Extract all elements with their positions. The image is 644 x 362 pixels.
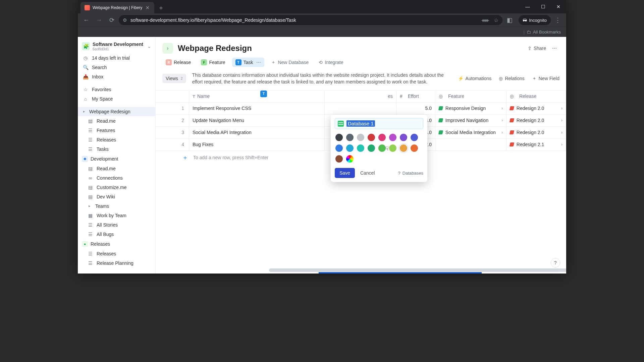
cell-name[interactable]: Update Navigation Menu [189, 115, 325, 126]
scrollbar-thumb[interactable] [269, 268, 566, 272]
color-swatch[interactable] [378, 144, 386, 152]
sidebar-item-devwiki[interactable]: ▤Dev Wiki [78, 192, 155, 201]
relations-button[interactable]: ◎Relations [499, 75, 524, 81]
cell-name[interactable]: Implement Responsive CSS [189, 103, 325, 114]
sidebar-space-development[interactable]: ◆ Development [78, 154, 155, 164]
nav-back-icon[interactable]: ← [80, 14, 92, 26]
cell-release[interactable]: Redesign 2.0› [506, 103, 566, 114]
share-button[interactable]: ⇪Share [528, 46, 546, 51]
col-name[interactable]: ᴛName [189, 90, 325, 102]
cell-name[interactable]: Bug Fixes [189, 139, 325, 150]
database-name-input[interactable]: Database 1 [335, 118, 423, 129]
col-assignees[interactable]: es [325, 90, 396, 102]
custom-color-swatch[interactable] [346, 155, 354, 163]
cell-feature[interactable] [435, 139, 506, 150]
trial-banner[interactable]: ◷14 days left in trial [78, 53, 155, 63]
sidebar-item-release-planning[interactable]: ☰Release Planning [78, 258, 155, 268]
bookmark-star-icon[interactable]: ☆ [494, 17, 498, 23]
col-release[interactable]: ◎ Release [506, 90, 566, 102]
table-row[interactable]: 1 Implement Responsive CSS 5.0 Responsiv… [156, 103, 566, 115]
sidebar-myspace[interactable]: ⌂My Space [78, 94, 155, 104]
color-swatch[interactable] [389, 134, 396, 141]
tab-more-icon[interactable]: ⋯ [256, 60, 261, 65]
color-swatch[interactable] [411, 134, 418, 141]
sidebar-search[interactable]: 🔍Search [78, 63, 155, 72]
cell-assignees[interactable] [325, 103, 396, 114]
sidebar-item-features[interactable]: ☰Features [78, 126, 155, 135]
address-bar[interactable]: ⚙ software-development.fibery.io/fibery/… [119, 15, 502, 25]
color-swatch[interactable] [346, 144, 354, 152]
new-field-button[interactable]: ＋New Field [532, 75, 559, 81]
color-swatch[interactable] [400, 134, 407, 141]
new-database-button[interactable]: ＋New Database [268, 58, 312, 67]
sidebar-item-tasks[interactable]: ☰Tasks [78, 144, 155, 154]
sidebar-item-readme[interactable]: ▤Read.me [78, 116, 155, 126]
tab-task[interactable]: TTask⋯ [232, 58, 265, 67]
save-button[interactable]: Save [335, 168, 355, 178]
cell-release[interactable]: Redesign 2.1› [506, 139, 566, 150]
sidebar-item-releases2[interactable]: ☰Releases [78, 249, 155, 258]
color-swatch[interactable] [357, 144, 364, 152]
tab-feature[interactable]: FFeature [198, 58, 228, 67]
browser-tab[interactable]: Webpage Redesign | Fibery ✕ [80, 2, 154, 13]
cancel-button[interactable]: Cancel [358, 168, 377, 178]
nav-reload-icon[interactable]: ⟳ [106, 14, 117, 26]
color-swatch[interactable] [389, 144, 396, 152]
color-swatch[interactable] [411, 144, 418, 152]
sidebar-favorites[interactable]: ☆Favorites [78, 85, 155, 94]
cell-effort[interactable]: 5.0 [396, 103, 435, 114]
tab-release[interactable]: RRelease [162, 58, 194, 67]
nav-forward-icon[interactable]: → [93, 14, 105, 26]
tab-close-icon[interactable]: ✕ [145, 5, 150, 10]
sidebar-item-teams[interactable]: ▸Teams [78, 201, 155, 211]
workspace-switcher[interactable]: 🧩 Software Development 6ad8d3d1 ⌄ [78, 40, 155, 53]
sidebar-inbox[interactable]: 📥Inbox [78, 72, 155, 81]
window-minimize-icon[interactable]: ― [520, 0, 535, 13]
automations-button[interactable]: ⚡Automations [458, 75, 492, 81]
sidebar-item-workbyteam[interactable]: ▦Work by Team [78, 211, 155, 220]
kebab-menu-icon[interactable]: ⋮ [552, 14, 564, 26]
eye-off-icon[interactable]: ᚔ [482, 17, 489, 23]
color-swatch[interactable] [346, 134, 354, 141]
color-swatch[interactable] [335, 144, 343, 152]
sidebar-space-releases[interactable]: ● Releases [78, 239, 155, 249]
bookmarks-folder-icon[interactable]: 🗀 [527, 29, 531, 35]
cell-release[interactable]: Redesign 2.0› [506, 115, 566, 126]
col-feature[interactable]: ◎ Feature [435, 90, 506, 102]
sidebar-item-connections[interactable]: ∞Connections [78, 173, 155, 183]
color-swatch[interactable] [400, 144, 407, 152]
database-description[interactable]: This database contains information about… [192, 72, 452, 85]
site-settings-icon[interactable]: ⚙ [123, 17, 127, 23]
sidebar-item-readme2[interactable]: ▤Read.me [78, 164, 155, 173]
window-close-icon[interactable]: ✕ [551, 0, 566, 13]
sidebar-item-allbugs[interactable]: ☰All Bugs [78, 230, 155, 239]
integrate-button[interactable]: ⟲Integrate [315, 58, 346, 67]
sidebar-space-webpage-redesign[interactable]: ▸ Webpage Redesign [78, 107, 155, 116]
horizontal-scrollbar[interactable] [269, 268, 560, 272]
more-menu-icon[interactable]: ⋯ [552, 46, 557, 51]
new-tab-button[interactable]: ＋ [156, 3, 166, 12]
sidepanel-icon[interactable]: ◧ [504, 14, 515, 26]
help-fab[interactable]: ? [551, 258, 560, 267]
views-button[interactable]: Views2 [162, 74, 186, 83]
window-maximize-icon[interactable]: ☐ [535, 0, 551, 13]
color-swatch[interactable] [368, 144, 375, 152]
cell-feature[interactable]: Improved Navigation› [435, 115, 506, 126]
color-swatch[interactable] [335, 134, 343, 141]
chevron-right-icon[interactable]: ▸ [87, 204, 92, 208]
sidebar-item-releases[interactable]: ☰Releases [78, 135, 155, 144]
color-swatch[interactable] [368, 134, 375, 141]
chevron-right-icon[interactable]: ▸ [82, 109, 87, 114]
col-effort[interactable]: # Effort [396, 90, 435, 102]
databases-help-link[interactable]: ?Databases [398, 171, 423, 176]
incognito-chip[interactable]: 🕶 Incognito [519, 15, 551, 25]
color-swatch[interactable] [335, 155, 343, 163]
collapse-sidebar-icon[interactable]: › [162, 43, 173, 54]
color-swatch[interactable] [357, 134, 364, 141]
sidebar-item-allstories[interactable]: ☰All Stories [78, 220, 155, 230]
sidebar-item-customize[interactable]: ▤Customize.me [78, 183, 155, 192]
cell-name[interactable]: Social Media API Integration [189, 127, 325, 138]
color-swatch[interactable] [378, 134, 386, 141]
cell-release[interactable]: Redesign 2.0› [506, 127, 566, 138]
cell-feature[interactable]: Responsive Design› [435, 103, 506, 114]
